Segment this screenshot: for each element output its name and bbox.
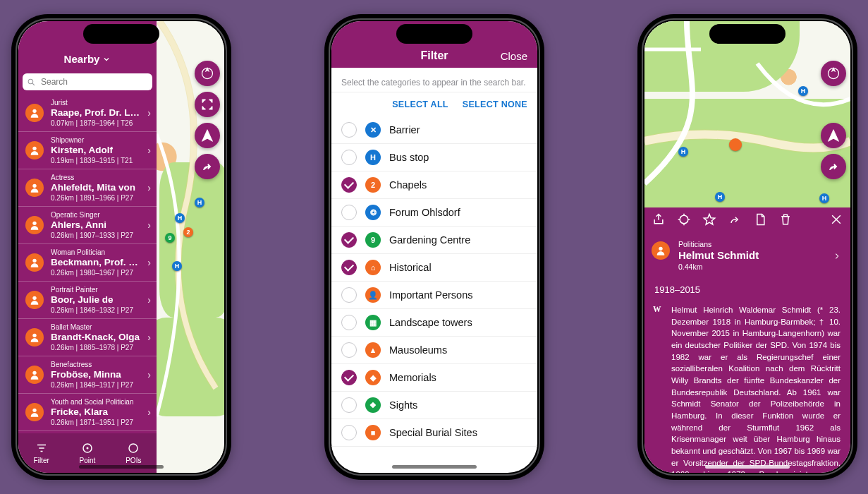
nearby-dropdown[interactable]: Nearby bbox=[64, 53, 111, 65]
detail-map[interactable]: H H H H 9 bbox=[644, 21, 850, 207]
category-row[interactable]: ▲Mausoleums bbox=[331, 337, 537, 364]
list-item[interactable]: ShipownerKirsten, Adolf0.19km | 1839–191… bbox=[18, 132, 157, 169]
locate-button[interactable] bbox=[195, 123, 220, 148]
checkbox[interactable] bbox=[341, 260, 357, 275]
category-row[interactable]: HBus stop bbox=[331, 144, 537, 171]
category-icon: ⌂ bbox=[365, 260, 381, 275]
svg-point-1 bbox=[28, 79, 33, 84]
checkbox[interactable] bbox=[341, 232, 357, 248]
person-icon bbox=[25, 328, 44, 347]
category-row[interactable]: 2Chapels bbox=[331, 171, 537, 199]
item-name: Froböse, Minna bbox=[51, 369, 141, 380]
phone-nearby: H 9 2 H H Nearby JuristRaape, Prof. Dr. bbox=[11, 14, 231, 480]
person-icon bbox=[25, 366, 44, 384]
svg-point-6 bbox=[32, 259, 36, 263]
checkbox[interactable] bbox=[341, 315, 357, 330]
list-item[interactable]: BenefactressFroböse, Minna0.26km | 1848–… bbox=[18, 356, 157, 394]
favorite-button[interactable] bbox=[702, 212, 716, 229]
pois-icon bbox=[127, 442, 140, 454]
target-button[interactable] bbox=[677, 212, 691, 229]
category-icon: 👤 bbox=[365, 287, 381, 303]
checkbox[interactable] bbox=[341, 150, 357, 165]
category-label: Special Burial Sites bbox=[389, 427, 477, 438]
nearby-list[interactable]: JuristRaape, Prof. Dr. Leo0.07km | 1878–… bbox=[18, 95, 157, 433]
detail-header[interactable]: Politicians Helmut Schmidt 0.44km bbox=[644, 234, 850, 278]
detail-body[interactable]: 1918–2015 W Helmut Heinrich Waldemar Sch… bbox=[644, 277, 850, 473]
share-button[interactable] bbox=[652, 212, 666, 229]
filter-subhead: Select the categories to appear in the s… bbox=[331, 68, 537, 92]
person-icon bbox=[25, 104, 44, 122]
category-icon: 2 bbox=[365, 177, 381, 193]
category-row[interactable]: ❂Forum Ohlsdorf bbox=[331, 199, 537, 227]
item-meta: 0.26km | 1980–1967 | P27 bbox=[51, 269, 141, 277]
search-input[interactable] bbox=[39, 76, 148, 88]
checkbox[interactable] bbox=[341, 397, 357, 413]
phone-detail: H H H H 9 Politicians Helmut Schmidt bbox=[637, 14, 857, 480]
route-button[interactable] bbox=[821, 154, 846, 179]
list-item[interactable]: Portrait PainterBoor, Julie de0.26km | 1… bbox=[18, 282, 157, 319]
person-icon bbox=[25, 179, 44, 197]
checkbox[interactable] bbox=[341, 342, 357, 358]
compass-button[interactable] bbox=[195, 61, 220, 86]
checkbox[interactable] bbox=[341, 177, 357, 193]
list-item[interactable]: Ballet MasterBrandt-Knack, Olga0.26km | … bbox=[18, 319, 157, 356]
search-icon bbox=[27, 78, 36, 87]
select-all-button[interactable]: SELECT ALL bbox=[392, 100, 448, 109]
locate-button[interactable] bbox=[821, 123, 846, 148]
category-row[interactable]: ◆Memorials bbox=[331, 364, 537, 392]
item-category: Operatic Singer bbox=[51, 211, 141, 219]
chevron-right-icon: › bbox=[147, 369, 151, 380]
item-name: Ahlefeldt, Mita von bbox=[51, 182, 141, 193]
list-item[interactable]: Woman PoliticianBeckmann, Prof. E…0.26km… bbox=[18, 244, 157, 282]
category-label: Gardening Centre bbox=[389, 234, 470, 246]
detail-toolbar bbox=[644, 207, 850, 234]
chevron-right-icon: › bbox=[147, 182, 151, 193]
redo-button[interactable] bbox=[728, 212, 742, 229]
category-label: Mausoleums bbox=[389, 344, 447, 356]
checkbox[interactable] bbox=[341, 287, 357, 303]
svg-point-13 bbox=[129, 444, 137, 452]
chevron-right-icon: › bbox=[147, 294, 151, 306]
search-field[interactable] bbox=[23, 73, 152, 90]
category-row[interactable]: ❖Sights bbox=[331, 392, 537, 419]
delete-button[interactable] bbox=[778, 212, 793, 229]
category-icon: ■ bbox=[365, 425, 381, 440]
svg-point-5 bbox=[32, 222, 36, 225]
select-none-button[interactable]: SELECT NONE bbox=[463, 100, 527, 109]
category-label: Chapels bbox=[389, 179, 427, 191]
close-detail-button[interactable] bbox=[829, 212, 843, 229]
category-row[interactable]: 9Gardening Centre bbox=[331, 227, 537, 254]
item-category: Woman Politician bbox=[51, 248, 141, 256]
category-label: Memorials bbox=[389, 372, 436, 383]
item-category: Benefactress bbox=[51, 361, 141, 368]
svg-point-12 bbox=[86, 447, 88, 450]
item-meta: 0.26km | 1891–1966 | P27 bbox=[51, 194, 141, 202]
category-row[interactable]: ✕Barrier bbox=[331, 116, 537, 144]
list-item[interactable]: Operatic SingerAhlers, Anni0.26km | 1907… bbox=[18, 207, 157, 244]
document-button[interactable] bbox=[753, 212, 767, 229]
checkbox[interactable] bbox=[341, 205, 357, 220]
filter-title: Filter bbox=[420, 49, 448, 62]
svg-point-7 bbox=[32, 296, 36, 300]
checkbox[interactable] bbox=[341, 122, 357, 138]
category-list[interactable]: ✕BarrierHBus stop2Chapels❂Forum Ohlsdorf… bbox=[331, 116, 537, 473]
tab-filter-label: Filter bbox=[34, 457, 49, 464]
list-item[interactable]: JuristRaape, Prof. Dr. Leo0.07km | 1878–… bbox=[18, 95, 157, 132]
person-icon bbox=[25, 216, 44, 234]
list-item[interactable]: Youth and Social PoliticianFricke, Klara… bbox=[18, 394, 157, 431]
close-button[interactable]: Close bbox=[501, 50, 527, 62]
checkbox[interactable] bbox=[341, 370, 357, 385]
list-item[interactable]: ActressAhlefeldt, Mita von0.26km | 1891–… bbox=[18, 169, 157, 207]
fullscreen-button[interactable] bbox=[195, 92, 220, 117]
category-row[interactable]: 👤Important Persons bbox=[331, 282, 537, 309]
route-button[interactable] bbox=[195, 154, 220, 179]
checkbox[interactable] bbox=[341, 425, 357, 440]
category-row[interactable]: ■Special Burial Sites bbox=[331, 419, 537, 447]
compass-button[interactable] bbox=[821, 61, 846, 86]
item-category: Jurist bbox=[51, 99, 141, 107]
category-row[interactable]: ⌂Historical bbox=[331, 254, 537, 282]
category-row[interactable]: ▦Landscape towers bbox=[331, 309, 537, 337]
nearby-sidebar: Nearby JuristRaape, Prof. Dr. Leo0.07km … bbox=[18, 21, 157, 473]
item-meta: 0.26km | 1848–1932 | P27 bbox=[51, 306, 141, 314]
tab-filter[interactable]: Filter bbox=[18, 433, 64, 473]
